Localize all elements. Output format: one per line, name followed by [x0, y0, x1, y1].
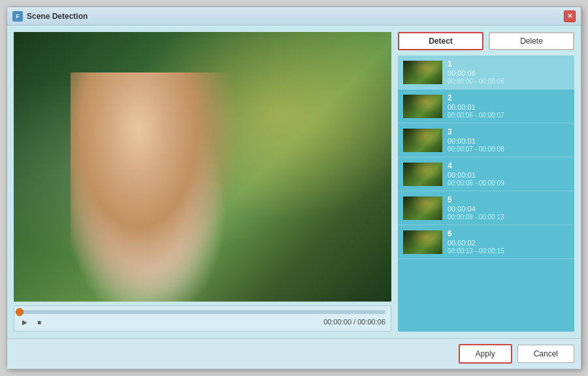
scene-duration: 00:00:01: [448, 103, 504, 111]
detect-button[interactable]: Detect: [398, 32, 483, 50]
apply-button[interactable]: Apply: [459, 344, 512, 364]
progress-track[interactable]: [20, 310, 385, 314]
scene-item[interactable]: 4 00:00:01 00:00:08 - 00:00:09: [398, 157, 574, 191]
scene-range: 00:00:08 - 00:00:09: [448, 180, 504, 187]
scene-item[interactable]: 1 00:00:06 00:00:00 - 00:00:06: [398, 55, 574, 89]
scene-number: 3: [448, 127, 504, 136]
playback-buttons: ▶ ■ 00:00:00 / 00:00:06: [20, 317, 385, 327]
scene-thumbnail: [403, 196, 442, 220]
cancel-button[interactable]: Cancel: [517, 345, 574, 363]
scene-info: 3 00:00:01 00:00:07 - 00:00:08: [448, 127, 504, 153]
scene-thumbnail: [403, 61, 442, 84]
scene-number: 1: [448, 59, 504, 69]
scene-number: 4: [448, 161, 504, 170]
scene-number: 2: [448, 93, 504, 102]
window-title: Scene Detection: [27, 12, 564, 21]
scene-detection-window: F Scene Detection ✕ ▶ ■ 0: [7, 7, 581, 369]
left-panel: ▶ ■ 00:00:00 / 00:00:06: [14, 32, 391, 332]
title-bar: F Scene Detection ✕: [7, 7, 581, 25]
delete-button[interactable]: Delete: [489, 32, 574, 50]
scene-number: 5: [448, 195, 504, 204]
scene-range: 00:00:13 - 00:00:15: [448, 247, 504, 255]
scene-duration: 00:00:01: [448, 137, 504, 145]
playback-controls-area: ▶ ■ 00:00:00 / 00:00:06: [14, 306, 391, 332]
scene-duration: 00:00:01: [448, 171, 504, 179]
scene-thumb-image: [403, 230, 442, 254]
app-icon: F: [12, 11, 23, 22]
scene-range: 00:00:07 - 00:00:08: [448, 146, 504, 153]
scene-duration: 00:00:04: [448, 205, 504, 213]
scene-range: 00:00:00 - 00:00:06: [448, 78, 504, 85]
progress-thumb[interactable]: [16, 308, 24, 316]
scene-duration: 00:00:06: [448, 69, 504, 77]
scene-thumb-image: [403, 61, 442, 84]
scene-thumbnail: [403, 129, 442, 152]
scene-info: 1 00:00:06 00:00:00 - 00:00:06: [448, 59, 504, 85]
bottom-bar: Apply Cancel: [7, 338, 581, 369]
scene-thumb-image: [403, 95, 442, 118]
scene-item[interactable]: 6 00:00:02 00:00:13 - 00:00:15: [398, 225, 574, 259]
scene-thumb-image: [403, 163, 442, 186]
scenes-list[interactable]: 1 00:00:06 00:00:00 - 00:00:06 2 00:00:0…: [398, 55, 574, 332]
scene-range: 00:00:06 - 00:00:07: [448, 112, 504, 119]
scene-number: 6: [448, 229, 504, 238]
progress-bar-container: [20, 310, 385, 314]
close-button[interactable]: ✕: [564, 10, 576, 22]
video-container: [14, 32, 391, 302]
scene-item[interactable]: 3 00:00:01 00:00:07 - 00:00:08: [398, 123, 574, 157]
action-buttons: Detect Delete: [398, 32, 574, 50]
video-preview: [14, 32, 391, 302]
content-area: ▶ ■ 00:00:00 / 00:00:06 Detect Delete 1 …: [7, 25, 581, 338]
scene-item[interactable]: 5 00:00:04 00:00:09 - 00:00:13: [398, 191, 574, 225]
scene-info: 4 00:00:01 00:00:08 - 00:00:09: [448, 161, 504, 187]
video-person: [71, 72, 240, 302]
scene-info: 5 00:00:04 00:00:09 - 00:00:13: [448, 195, 504, 221]
scene-item[interactable]: 2 00:00:01 00:00:06 - 00:00:07: [398, 89, 574, 123]
scene-thumbnail: [403, 230, 442, 254]
scene-thumb-image: [403, 196, 442, 220]
scene-thumbnail: [403, 95, 442, 118]
scene-range: 00:00:09 - 00:00:13: [448, 213, 504, 221]
scene-duration: 00:00:02: [448, 239, 504, 247]
scene-info: 6 00:00:02 00:00:13 - 00:00:15: [448, 229, 504, 255]
right-panel: Detect Delete 1 00:00:06 00:00:00 - 00:0…: [398, 32, 574, 332]
time-display: 00:00:00 / 00:00:06: [323, 318, 385, 326]
play-button[interactable]: ▶: [20, 317, 30, 327]
scene-info: 2 00:00:01 00:00:06 - 00:00:07: [448, 93, 504, 119]
scene-thumb-image: [403, 129, 442, 152]
scene-thumbnail: [403, 163, 442, 186]
stop-button[interactable]: ■: [34, 317, 44, 327]
